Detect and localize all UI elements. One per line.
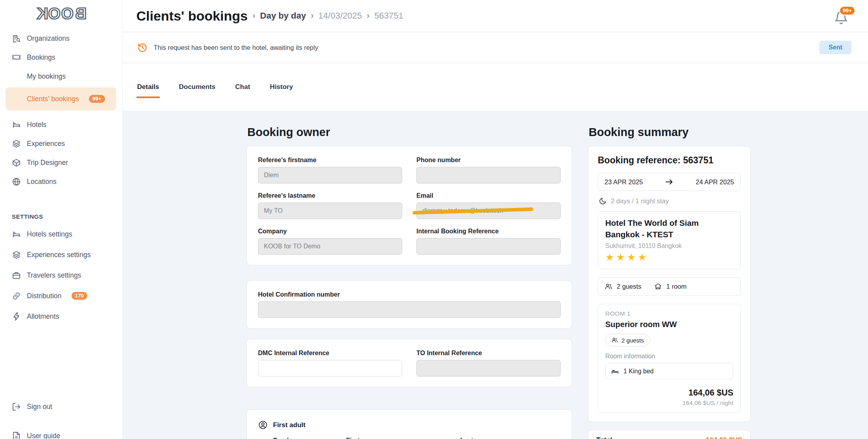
sidebar-item-label: Experiences	[27, 140, 65, 148]
sidebar-item-clients-bookings[interactable]: Clients' bookings 99+	[6, 87, 116, 110]
arrow-right-icon	[665, 177, 674, 187]
total-value: 164,06 $US	[706, 436, 742, 439]
email-label: Email	[416, 192, 561, 199]
user-guide-link[interactable]: User guide	[0, 426, 122, 439]
bed-icon	[12, 230, 21, 239]
sign-out-icon	[12, 402, 21, 411]
stay-length-row: 2 days / 1 night stay	[599, 197, 740, 205]
sidebar-item-label: Hotels settings	[27, 230, 72, 238]
history-clock-icon	[137, 42, 148, 53]
booking-owner-column: Booking owner Referee's firstname Phone …	[247, 126, 572, 439]
internal-booking-reference-label: Internal Booking Reference	[416, 228, 561, 235]
check-out-date: 24 APR 2025	[696, 178, 734, 186]
sidebar-item-experiences[interactable]: Experiences	[0, 134, 122, 153]
link-icon	[12, 291, 21, 301]
tab-documents[interactable]: Documents	[178, 81, 217, 93]
occupancy-box: 2 guests 1 room	[598, 277, 741, 296]
sidebar-item-organizations[interactable]: Organizations	[0, 29, 122, 48]
koob-logo: KOOB	[0, 5, 122, 23]
hotel-star-rating: ★★★★	[605, 252, 733, 263]
sidebar-item-label: Hotels	[27, 121, 47, 129]
clients-bookings-count-badge: 99+	[89, 95, 105, 103]
sidebar-item-label: Travelers settings	[27, 271, 81, 280]
logo-letter: K	[36, 5, 48, 23]
last-name-field-group: Last name	[460, 437, 569, 439]
to-internal-reference-input	[416, 360, 561, 377]
to-internal-reference-field-group: TO Internal Reference	[416, 350, 561, 377]
sidebar-item-trip-designer[interactable]: Trip Designer	[0, 153, 122, 172]
date-range-box: 23 APR 2025 24 APR 2025	[598, 173, 741, 191]
check-in-date: 23 APR 2025	[604, 178, 643, 186]
tab-details[interactable]: Details	[136, 81, 160, 93]
sidebar-item-my-bookings[interactable]: My bookings	[0, 67, 122, 86]
sidebar: KOOB Organizations Bookings My bookings …	[0, 0, 123, 439]
sidebar-item-distribution[interactable]: Distribution 170	[0, 286, 122, 306]
sidebar-item-locations[interactable]: Locations	[0, 172, 122, 191]
sidebar-footer: Sign out User guide	[0, 397, 122, 439]
internal-references-card: DMC Internal Reference TO Internal Refer…	[247, 339, 572, 387]
globe-icon	[12, 177, 21, 186]
company-field-group: Company	[258, 228, 402, 255]
sidebar-item-experiences-settings[interactable]: Experiences settings	[0, 244, 122, 265]
logo-letter: O	[61, 5, 74, 23]
total-card: Total 164,06 $US	[588, 430, 751, 439]
room-card: ROOM 1 Superior room WW 2 guests Room in…	[598, 304, 741, 413]
sidebar-item-label: Organizations	[27, 34, 70, 43]
sidebar-item-label: Experiences settings	[27, 251, 90, 259]
hotel-confirmation-field-group: Hotel Confirmation number	[258, 291, 561, 318]
internal-booking-reference-field-group: Internal Booking Reference	[416, 228, 561, 255]
sign-out-button[interactable]: Sign out	[0, 397, 122, 416]
hotel-card: Hotel The World of Siam Bangkok - KTEST …	[598, 211, 741, 269]
gender-field-group: Gender Mr Mrs Other	[273, 437, 339, 439]
tab-chat[interactable]: Chat	[234, 81, 251, 93]
room-guests-chip: 2 guests	[605, 334, 650, 346]
guests-icon	[604, 282, 613, 291]
total-label: Total	[596, 436, 612, 439]
layers-icon	[12, 250, 21, 259]
page-header: Clients' bookings › Day by day › 14/03/2…	[123, 0, 868, 32]
referee-lastname-field-group: Referee's lastname	[258, 192, 402, 219]
guests-count: 2 guests	[617, 283, 641, 290]
room-number-label: ROOM 1	[605, 310, 733, 317]
breadcrumb-date[interactable]: 14/03/2025	[318, 11, 362, 21]
request-status-banner: This request has been sent to the hotel,…	[123, 32, 868, 63]
app-root: KOOB Organizations Bookings My bookings …	[0, 0, 868, 439]
status-badge: Sent	[819, 41, 851, 54]
dmc-internal-reference-field-group: DMC Internal Reference	[258, 350, 402, 377]
sidebar-item-allotments[interactable]: Allotments	[0, 306, 122, 327]
email-field-group: Email	[416, 192, 561, 219]
tab-history[interactable]: History	[269, 81, 294, 93]
first-adult-heading: First adult	[273, 421, 305, 429]
sidebar-item-label: Trip Designer	[27, 159, 68, 167]
sidebar-item-hotels[interactable]: Hotels	[0, 115, 122, 134]
notifications-button[interactable]: 99+	[834, 6, 851, 26]
king-bed-icon	[611, 367, 619, 375]
referee-lastname-input	[258, 202, 402, 219]
ticket-icon	[12, 53, 21, 62]
distribution-count-badge: 170	[72, 292, 88, 300]
hotel-address: Sukhumvit, 10110 Bangkok	[605, 242, 733, 250]
logo-letter: O	[48, 5, 61, 23]
sidebar-item-label: Clients' bookings	[27, 95, 79, 103]
dmc-internal-reference-input[interactable]	[258, 360, 402, 377]
first-adult-card: First adult Gender Mr Mrs Other F	[247, 409, 572, 439]
sidebar-item-hotels-settings[interactable]: Hotels settings	[0, 224, 122, 244]
sidebar-item-label: My bookings	[27, 72, 66, 81]
sidebar-item-label: Allotments	[27, 312, 59, 321]
referee-firstname-input	[258, 167, 402, 184]
room-information-label: Room information	[605, 353, 733, 360]
sidebar-item-bookings[interactable]: Bookings	[0, 48, 122, 67]
phone-input	[416, 167, 561, 184]
building-search-icon	[12, 34, 21, 43]
details-content: Booking owner Referee's firstname Phone …	[123, 111, 868, 439]
breadcrumb-day-by-day[interactable]: Day by day	[260, 11, 306, 21]
cube-icon	[12, 158, 21, 167]
to-internal-reference-label: TO Internal Reference	[416, 350, 561, 357]
room-price: 164,06 $US	[605, 388, 733, 398]
sidebar-item-travelers-settings[interactable]: Travelers settings	[0, 265, 122, 286]
breadcrumb-separator: ›	[252, 11, 255, 21]
room-guests-count: 2 guests	[621, 337, 644, 344]
booking-summary-heading: Booking summary	[589, 126, 751, 139]
sidebar-item-label: Bookings	[27, 53, 55, 62]
tab-bar: Details Documents Chat History	[123, 63, 868, 111]
